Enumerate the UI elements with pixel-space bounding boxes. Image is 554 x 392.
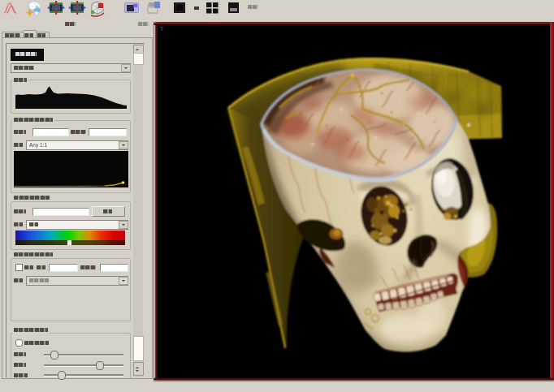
- svg-text:T: T: [160, 26, 164, 32]
